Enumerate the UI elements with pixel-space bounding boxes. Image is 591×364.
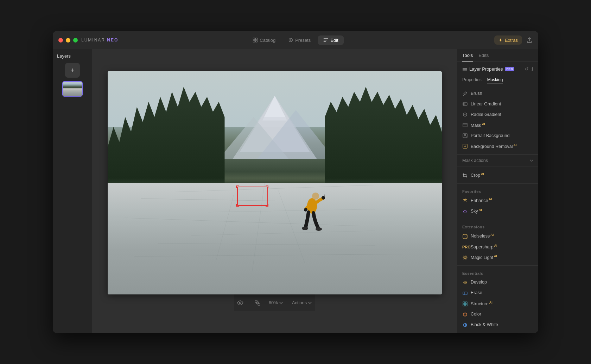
- develop-tool-item[interactable]: Develop: [457, 277, 538, 287]
- develop-label: Develop: [471, 280, 487, 285]
- svg-point-14: [316, 227, 322, 231]
- app-window: LUMINAR NEO Catalog Presets: [53, 31, 538, 333]
- crop-section: CropAI: [457, 167, 538, 183]
- mask-actions-section: Mask actions: [457, 154, 538, 167]
- person-figure: [299, 181, 325, 234]
- pro-badge: PRO: [505, 67, 514, 71]
- svg-point-16: [322, 196, 325, 200]
- structure-icon: [462, 301, 468, 306]
- ice-crack-7: [134, 254, 402, 257]
- svg-rect-27: [463, 123, 467, 127]
- layer-thumbnail[interactable]: [62, 81, 83, 97]
- edit-label: Edit: [330, 38, 338, 43]
- magic-light-tool-item[interactable]: Magic LightAI: [457, 252, 538, 262]
- actions-label: Actions: [292, 300, 307, 305]
- favorites-section: Favorites EnhanceAI: [457, 183, 538, 219]
- crop-tool-item[interactable]: CropAI: [457, 170, 538, 180]
- sky-tool-item[interactable]: SkyAI: [457, 206, 538, 216]
- brush-label: Brush: [471, 91, 482, 96]
- sky-icon: [462, 208, 468, 214]
- radial-gradient-label: Radial Gradient: [471, 112, 501, 117]
- svg-rect-39: [463, 292, 467, 295]
- masking-subtab[interactable]: Masking: [487, 76, 503, 84]
- svg-rect-22: [463, 69, 467, 70]
- portrait-background-icon: [462, 133, 468, 138]
- layers-icon: [255, 300, 260, 306]
- extras-button[interactable]: ✦ Extras: [494, 35, 522, 45]
- erase-tool-item[interactable]: Erase: [457, 287, 538, 298]
- svg-rect-24: [463, 103, 467, 105]
- brush-masking-item[interactable]: Brush: [457, 88, 538, 99]
- zoom-selector[interactable]: 60%: [269, 300, 283, 305]
- mask-masking-item[interactable]: MaskAI: [457, 120, 538, 130]
- mask-label: MaskAI: [471, 122, 485, 128]
- presets-icon: [288, 38, 293, 43]
- selection-handle-bl: [236, 204, 239, 207]
- actions-button[interactable]: Actions: [288, 299, 316, 307]
- linear-gradient-masking-item[interactable]: Linear Gradient: [457, 99, 538, 109]
- svg-rect-20: [256, 302, 259, 304]
- actions-chevron-icon: [308, 302, 312, 304]
- reset-button[interactable]: ↺: [525, 66, 529, 72]
- app-logo: LUMINAR NEO: [81, 38, 118, 43]
- title-bar: LUMINAR NEO Catalog Presets: [53, 31, 538, 49]
- layer-properties-header: Layer Properties PRO ↺ ℹ: [457, 62, 538, 76]
- mask-icon: [462, 122, 468, 128]
- maximize-button[interactable]: [73, 38, 78, 43]
- sky-label: SkyAI: [471, 208, 482, 214]
- right-panel: Tools Edits Layer Properties PRO: [457, 49, 538, 333]
- catalog-nav-button[interactable]: Catalog: [247, 35, 281, 45]
- title-bar-nav: Catalog Presets Edit: [247, 35, 344, 45]
- enhance-tool-item[interactable]: EnhanceAI: [457, 195, 538, 206]
- zoom-level: 60%: [269, 300, 278, 305]
- crop-icon: [462, 172, 468, 178]
- mask-actions-header[interactable]: Mask actions: [457, 155, 538, 167]
- background-removal-label: Background RemovalAI: [471, 143, 517, 149]
- bottom-toolbar: 60% Actions: [234, 294, 316, 311]
- black-white-icon: [462, 322, 468, 327]
- mask-actions-label: Mask actions: [462, 158, 488, 163]
- layers-toggle[interactable]: [252, 299, 263, 307]
- panel-tabs: Tools Edits: [457, 49, 538, 62]
- info-button[interactable]: ℹ: [532, 66, 533, 72]
- traffic-lights: [58, 38, 78, 43]
- visibility-toggle[interactable]: [234, 299, 246, 307]
- tools-tab[interactable]: Tools: [462, 53, 473, 61]
- radial-gradient-masking-item[interactable]: Radial Gradient: [457, 109, 538, 120]
- portrait-background-masking-item[interactable]: Portrait Background: [457, 130, 538, 141]
- enhance-icon: [462, 197, 468, 203]
- edit-nav-button[interactable]: Edit: [318, 35, 344, 45]
- color-icon: [462, 311, 468, 317]
- crop-label: CropAI: [471, 172, 484, 178]
- canvas-area[interactable]: 60% Actions: [92, 49, 457, 333]
- svg-point-35: [464, 237, 464, 238]
- selection-handle-br: [266, 204, 268, 207]
- selection-box: [237, 187, 268, 206]
- supersharp-tool-item[interactable]: PRO SupersharpAI: [457, 241, 538, 252]
- svg-point-15: [304, 208, 307, 212]
- edits-tab[interactable]: Edits: [478, 53, 489, 61]
- background-removal-masking-item[interactable]: Background RemovalAI: [457, 141, 538, 151]
- portrait-background-label: Portrait Background: [471, 133, 509, 138]
- extras-icon: ✦: [498, 37, 503, 43]
- extras-label: Extras: [505, 38, 518, 43]
- add-layer-button[interactable]: +: [65, 63, 80, 78]
- minimize-button[interactable]: [66, 38, 70, 43]
- properties-subtab[interactable]: Properties: [462, 76, 482, 84]
- background-removal-icon: [462, 143, 468, 149]
- noiseless-tool-item[interactable]: NoiselessAI: [457, 230, 538, 241]
- layers-tool-icon: [462, 66, 467, 71]
- svg-point-32: [464, 235, 464, 236]
- presets-nav-button[interactable]: Presets: [282, 35, 316, 45]
- black-white-tool-item[interactable]: Black & White: [457, 319, 538, 330]
- selection-handle-tl: [236, 186, 239, 188]
- svg-rect-21: [463, 68, 467, 69]
- export-button[interactable]: [526, 37, 533, 44]
- develop-icon: [462, 279, 468, 285]
- add-layer-icon: +: [70, 66, 75, 74]
- color-tool-item[interactable]: Color: [457, 309, 538, 319]
- structure-tool-item[interactable]: StructureAI: [457, 298, 538, 309]
- close-button[interactable]: [58, 38, 63, 43]
- image-canvas: [108, 71, 442, 294]
- catalog-icon: [253, 38, 258, 43]
